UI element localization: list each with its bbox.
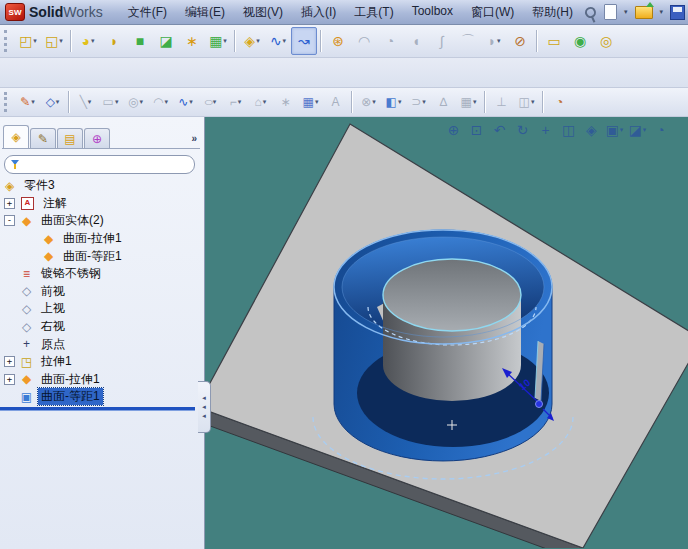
tree-item-surface-offset1-body[interactable]: ◆曲面-等距1 bbox=[0, 247, 204, 265]
open-document-button[interactable] bbox=[632, 2, 656, 22]
menu-edit[interactable]: 编辑(E) bbox=[176, 1, 234, 24]
zoom-to-fit-button[interactable]: ⊕ bbox=[445, 122, 462, 138]
smart-dimension-dropdown[interactable]: ▾ bbox=[56, 98, 60, 106]
menu-view[interactable]: 视图(V) bbox=[234, 1, 292, 24]
tree-item-label[interactable]: 曲面-拉伸1 bbox=[60, 230, 125, 247]
propertymanager-tab[interactable]: ✎ bbox=[30, 128, 56, 148]
planar-surface-button[interactable]: ▦▾ bbox=[205, 27, 231, 55]
centerpoint-arc-dropdown[interactable]: ▾ bbox=[164, 98, 168, 106]
tree-item-label[interactable]: 镀铬不锈钢 bbox=[38, 265, 104, 282]
previous-view-button[interactable]: ↶ bbox=[491, 122, 508, 138]
lofted-surface-button[interactable]: ◗ bbox=[101, 27, 127, 55]
sketch-fillet-dropdown[interactable]: ▾ bbox=[238, 98, 242, 106]
tree-item-extrude1[interactable]: +◳拉伸1 bbox=[0, 353, 204, 371]
ruled-surface-dropdown[interactable]: ▾ bbox=[283, 37, 287, 45]
panel-splitter-handle[interactable]: ◄ ◄ ◄ bbox=[198, 381, 211, 433]
offset-entities-dropdown[interactable]: ▾ bbox=[422, 98, 426, 106]
quick-snaps-button[interactable]: ▦▾ bbox=[298, 91, 323, 113]
offset-surface-button[interactable]: ↝ bbox=[291, 27, 317, 55]
trim-entities-dropdown[interactable]: ▾ bbox=[372, 98, 376, 106]
tree-item-right-plane[interactable]: ◇右视 bbox=[0, 318, 204, 336]
configurationmanager-tab[interactable]: ▤ bbox=[57, 128, 83, 148]
expand-toggle[interactable]: + bbox=[4, 374, 15, 385]
untrim-surface-button[interactable]: ◎ bbox=[593, 27, 619, 55]
graphics-viewport[interactable]: ⊕⊡↶↻+◫◈▣▾◪▾◔ bbox=[205, 117, 688, 549]
spline-button[interactable]: ∿▾ bbox=[173, 91, 198, 113]
trim-surface-button[interactable]: ◉ bbox=[567, 27, 593, 55]
tree-item-surface-offset1-feature[interactable]: ▣曲面-等距1 bbox=[0, 388, 204, 406]
display-relations-dropdown[interactable]: ▾ bbox=[531, 98, 535, 106]
menu-window[interactable]: 窗口(W) bbox=[462, 1, 523, 24]
tree-item-label[interactable]: 曲面-等距1 bbox=[60, 248, 125, 265]
convert-entities-dropdown[interactable]: ▾ bbox=[398, 98, 402, 106]
tree-item-label[interactable]: 曲面实体(2) bbox=[38, 212, 107, 229]
tree-item-surface-extrude1-feature[interactable]: +◆曲面-拉伸1 bbox=[0, 371, 204, 389]
smart-dimension-button[interactable]: ◇▾ bbox=[40, 91, 65, 113]
tree-item-label[interactable]: 前视 bbox=[38, 283, 68, 300]
graphics-area[interactable]: 10 bbox=[205, 117, 688, 548]
tree-item-surface-bodies-folder[interactable]: -◆曲面实体(2) bbox=[0, 212, 204, 230]
spline-dropdown[interactable]: ▾ bbox=[189, 98, 193, 106]
expand-toggle[interactable]: + bbox=[4, 356, 15, 367]
tree-item-part-root[interactable]: ◈零件3 bbox=[0, 177, 204, 195]
thicken-dropdown[interactable]: ▾ bbox=[497, 37, 501, 45]
menu-help[interactable]: 帮助(H) bbox=[523, 1, 582, 24]
tree-item-material-chrome-stainless-steel[interactable]: ≡镀铬不锈钢 bbox=[0, 265, 204, 283]
planar-surface-dropdown[interactable]: ▾ bbox=[223, 37, 227, 45]
sketch-dropdown[interactable]: ▾ bbox=[31, 98, 35, 106]
revolved-surface-dropdown[interactable]: ▾ bbox=[59, 37, 63, 45]
tree-item-label[interactable]: 注解 bbox=[40, 195, 70, 212]
tree-item-label[interactable]: 零件3 bbox=[21, 177, 58, 194]
tree-item-surface-extrude1-body[interactable]: ◆曲面-拉伸1 bbox=[0, 230, 204, 248]
extruded-surface-button[interactable]: ◰▾ bbox=[15, 27, 41, 55]
sketch-settings-button[interactable]: ◔ bbox=[547, 91, 572, 113]
zoom-to-area-button[interactable]: ⊡ bbox=[468, 122, 485, 138]
new-document-button[interactable] bbox=[601, 2, 620, 22]
tree-item-label[interactable]: 曲面-拉伸1 bbox=[38, 371, 103, 388]
quick-snaps-dropdown[interactable]: ▾ bbox=[315, 98, 319, 106]
toolbar-grip[interactable] bbox=[4, 92, 10, 112]
tree-item-label[interactable]: 曲面-等距1 bbox=[38, 388, 103, 405]
hide-show-items-dropdown[interactable]: ▾ bbox=[643, 126, 647, 134]
display-style-button[interactable]: ▣▾ bbox=[606, 122, 623, 138]
boundary-surface-button[interactable]: ■ bbox=[127, 27, 153, 55]
view-orientation-button[interactable]: ◈ bbox=[583, 122, 600, 138]
tab-overflow-chevron[interactable]: » bbox=[191, 133, 199, 148]
linear-sketch-pattern-dropdown[interactable]: ▾ bbox=[473, 98, 477, 106]
sketch-button[interactable]: ✎▾ bbox=[15, 91, 40, 113]
menu-insert[interactable]: 插入(I) bbox=[292, 1, 345, 24]
corner-rectangle-dropdown[interactable]: ▾ bbox=[115, 98, 119, 106]
hide-show-items-button[interactable]: ◪▾ bbox=[629, 122, 646, 138]
extend-surface-button[interactable]: ▭ bbox=[541, 27, 567, 55]
rotate-view-button[interactable]: ↻ bbox=[514, 122, 531, 138]
rollback-bar[interactable] bbox=[0, 407, 195, 410]
replace-face-button[interactable]: ⊘ bbox=[507, 27, 533, 55]
surface-extrude1-geometry[interactable] bbox=[383, 259, 521, 401]
freeform-surface-button[interactable]: ∗ bbox=[179, 27, 205, 55]
save-document-button[interactable] bbox=[667, 2, 688, 22]
circle-dropdown[interactable]: ▾ bbox=[139, 98, 143, 106]
revolved-surface-button[interactable]: ◱▾ bbox=[41, 27, 67, 55]
polygon-dropdown[interactable]: ▾ bbox=[263, 98, 267, 106]
swept-surface-button[interactable]: ◕▾ bbox=[75, 27, 101, 55]
swept-surface-dropdown[interactable]: ▾ bbox=[91, 37, 95, 45]
dimxpertmanager-tab[interactable]: ⊕ bbox=[84, 128, 110, 148]
tree-item-label[interactable]: 右视 bbox=[38, 318, 68, 335]
solidworks-search-pin-button[interactable] bbox=[582, 2, 599, 22]
tree-item-front-plane[interactable]: ◇前视 bbox=[0, 283, 204, 301]
menu-toolbox[interactable]: Toolbox bbox=[403, 1, 462, 24]
line-dropdown[interactable]: ▾ bbox=[88, 98, 92, 106]
extruded-surface-dropdown[interactable]: ▾ bbox=[33, 37, 37, 45]
menu-tools[interactable]: 工具(T) bbox=[345, 1, 402, 24]
tree-item-annotations[interactable]: +A注解 bbox=[0, 195, 204, 213]
toolbar-grip[interactable] bbox=[4, 30, 10, 52]
surface-flatten-dropdown[interactable]: ▾ bbox=[256, 37, 260, 45]
expand-toggle[interactable]: - bbox=[4, 215, 15, 226]
dimension-drag-handle[interactable] bbox=[536, 401, 543, 408]
filter-input[interactable] bbox=[25, 157, 188, 172]
menu-file[interactable]: 文件(F) bbox=[119, 1, 176, 24]
expand-toggle[interactable]: + bbox=[4, 198, 15, 209]
new-document-dropdown[interactable]: ▾ bbox=[622, 8, 630, 16]
featuremanager-tab[interactable]: ◈ bbox=[3, 125, 29, 148]
filled-surface-button[interactable]: ◪ bbox=[153, 27, 179, 55]
